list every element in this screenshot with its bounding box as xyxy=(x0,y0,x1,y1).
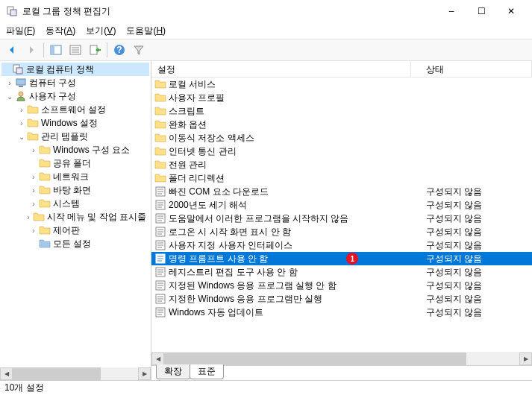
tree-label: 바탕 화면 xyxy=(53,184,91,197)
tree-shared-folders[interactable]: 공유 폴더 xyxy=(1,157,149,170)
expander-icon[interactable]: › xyxy=(24,213,33,221)
list-row[interactable]: 로컬 서비스 xyxy=(151,78,532,91)
folder-icon xyxy=(154,118,166,130)
list-row[interactable]: 인터넷 통신 관리 xyxy=(151,145,532,158)
scroll-left-button[interactable]: ◀ xyxy=(0,367,13,380)
list-cell-name: 사용자 지정 사용자 인터페이스 xyxy=(151,239,411,252)
list-cell-name: 로컬 서비스 xyxy=(151,78,411,91)
tree-start-taskbar[interactable]: › 시작 메뉴 및 작업 표시줄 xyxy=(1,210,149,224)
expander-icon[interactable]: › xyxy=(16,106,27,114)
list-row[interactable]: 이동식 저장소 액세스 xyxy=(151,131,532,145)
list-row[interactable]: 스크립트 xyxy=(151,104,532,118)
row-label: 로그온 시 시작 화면 표시 안 함 xyxy=(169,226,291,238)
help-button[interactable] xyxy=(110,41,128,59)
list-row[interactable]: 명령 프롬프트 사용 안 함1구성되지 않음 xyxy=(151,252,532,265)
row-label: 지정된 Windows 응용 프로그램 실행 안 함 xyxy=(169,279,337,292)
nav-forward-button[interactable] xyxy=(22,41,40,59)
list-row[interactable]: 완화 옵션 xyxy=(151,118,532,131)
setting-icon xyxy=(154,212,166,224)
row-label: 사용자 지정 사용자 인터페이스 xyxy=(169,239,292,252)
filter-button[interactable] xyxy=(130,41,148,59)
minimize-button[interactable]: – xyxy=(436,1,466,22)
list-scrollbar[interactable]: ◀ ▶ xyxy=(151,352,532,365)
list-cell-state: 구성되지 않음 xyxy=(411,186,532,198)
list-row[interactable]: Windows 자동 업데이트구성되지 않음 xyxy=(151,306,532,319)
close-button[interactable]: ✕ xyxy=(496,1,526,22)
list-row[interactable]: 로그온 시 시작 화면 표시 안 함구성되지 않음 xyxy=(151,225,532,238)
scroll-left-button[interactable]: ◀ xyxy=(151,353,164,365)
list-row[interactable]: 지정된 Windows 응용 프로그램 실행 안 함구성되지 않음 xyxy=(151,279,532,292)
scroll-right-button[interactable]: ▶ xyxy=(519,353,532,365)
scroll-right-button[interactable]: ▶ xyxy=(138,367,151,380)
tab-standard[interactable]: 표준 xyxy=(190,364,224,379)
row-label: Windows 자동 업데이트 xyxy=(169,306,263,319)
list-cell-name: 지정한 Windows 응용 프로그램만 실행 xyxy=(151,293,411,306)
column-header-state[interactable]: 상태 xyxy=(411,61,532,77)
expander-icon[interactable]: › xyxy=(28,173,39,181)
list-cell-name: 도움말에서 이러한 프로그램을 시작하지 않음 xyxy=(151,212,411,225)
scroll-thumb[interactable] xyxy=(164,353,466,365)
scroll-track[interactable] xyxy=(164,353,519,365)
menu-file[interactable]: 파일(F) xyxy=(6,25,35,37)
column-header-setting[interactable]: 설정 xyxy=(151,61,411,77)
nav-back-button[interactable] xyxy=(3,41,21,59)
expander-icon[interactable]: › xyxy=(28,146,39,154)
tree-windows-settings[interactable]: › Windows 설정 xyxy=(1,116,149,130)
menu-help[interactable]: 도움말(H) xyxy=(126,25,166,37)
list-row[interactable]: 사용자 지정 사용자 인터페이스구성되지 않음 xyxy=(151,238,532,252)
expander-icon[interactable]: › xyxy=(4,79,15,87)
setting-icon xyxy=(154,306,166,318)
export-button[interactable] xyxy=(86,41,104,59)
row-label: 스크립트 xyxy=(169,105,204,118)
list-row[interactable]: 2000년도 세기 해석구성되지 않음 xyxy=(151,198,532,212)
panel-icon xyxy=(50,44,62,56)
view-list-button[interactable] xyxy=(66,41,84,59)
title-bar: 로컬 그룹 정책 편집기 – ☐ ✕ xyxy=(0,0,532,22)
tree-admin-templates[interactable]: ⌄ 관리 템플릿 xyxy=(1,130,149,143)
list-row[interactable]: 전원 관리 xyxy=(151,158,532,171)
tree-user-config[interactable]: ⌄ 사용자 구성 xyxy=(1,89,149,103)
tree-all-settings[interactable]: 모든 설정 xyxy=(1,237,149,250)
scroll-track[interactable] xyxy=(13,367,138,380)
list-row[interactable]: 폴더 리디렉션 xyxy=(151,171,532,185)
row-label: 인터넷 통신 관리 xyxy=(169,145,237,158)
expander-icon[interactable]: ⌄ xyxy=(4,92,15,101)
tree-label: 로컬 컴퓨터 정책 xyxy=(26,63,94,76)
show-hide-tree-button[interactable] xyxy=(47,41,65,59)
expander-icon[interactable]: › xyxy=(28,186,39,195)
list-cell-state: 구성되지 않음 xyxy=(411,199,532,212)
tree-label: 컴퓨터 구성 xyxy=(29,77,76,89)
tree-computer-config[interactable]: › 컴퓨터 구성 xyxy=(1,76,149,89)
expander-icon[interactable]: › xyxy=(16,119,27,127)
setting-icon xyxy=(154,186,166,197)
tree-network[interactable]: › 네트워크 xyxy=(1,170,149,183)
list-row[interactable]: 사용자 프로필 xyxy=(151,91,532,104)
gpo-icon xyxy=(12,63,24,75)
expander-icon[interactable]: › xyxy=(28,227,39,235)
tree-root[interactable]: 로컬 컴퓨터 정책 xyxy=(1,63,149,76)
expander-icon[interactable]: ⌄ xyxy=(16,133,27,141)
list-row[interactable]: 레지스트리 편집 도구 사용 안 함구성되지 않음 xyxy=(151,265,532,279)
row-label: 전원 관리 xyxy=(169,159,207,171)
list-row[interactable]: 지정한 Windows 응용 프로그램만 실행구성되지 않음 xyxy=(151,292,532,306)
list-row[interactable]: 도움말에서 이러한 프로그램을 시작하지 않음구성되지 않음 xyxy=(151,212,532,225)
list-cell-name: 완화 옵션 xyxy=(151,118,411,131)
menu-action[interactable]: 동작(A) xyxy=(46,25,75,37)
tree-control-panel[interactable]: › 제어판 xyxy=(1,224,149,237)
scroll-thumb[interactable] xyxy=(13,367,101,380)
list-row[interactable]: 빠진 COM 요소 다운로드구성되지 않음 xyxy=(151,185,532,198)
maximize-button[interactable]: ☐ xyxy=(466,1,496,22)
tree-desktop[interactable]: › 바탕 화면 xyxy=(1,183,149,197)
expander-icon[interactable]: › xyxy=(28,200,39,208)
tree-system[interactable]: › 시스템 xyxy=(1,197,149,210)
menu-view[interactable]: 보기(V) xyxy=(86,25,116,37)
setting-icon xyxy=(154,279,166,291)
setting-icon xyxy=(154,239,166,251)
tree-win-components[interactable]: › Windows 구성 요소 xyxy=(1,143,149,157)
tree-label: 사용자 구성 xyxy=(29,90,76,103)
tab-extended[interactable]: 확장 xyxy=(156,364,190,379)
tree-scrollbar[interactable]: ◀ ▶ xyxy=(0,367,151,380)
list-cell-state: 구성되지 않음 xyxy=(411,253,532,265)
tree-label: 네트워크 xyxy=(53,171,89,183)
tree-software-settings[interactable]: › 소프트웨어 설정 xyxy=(1,103,149,116)
